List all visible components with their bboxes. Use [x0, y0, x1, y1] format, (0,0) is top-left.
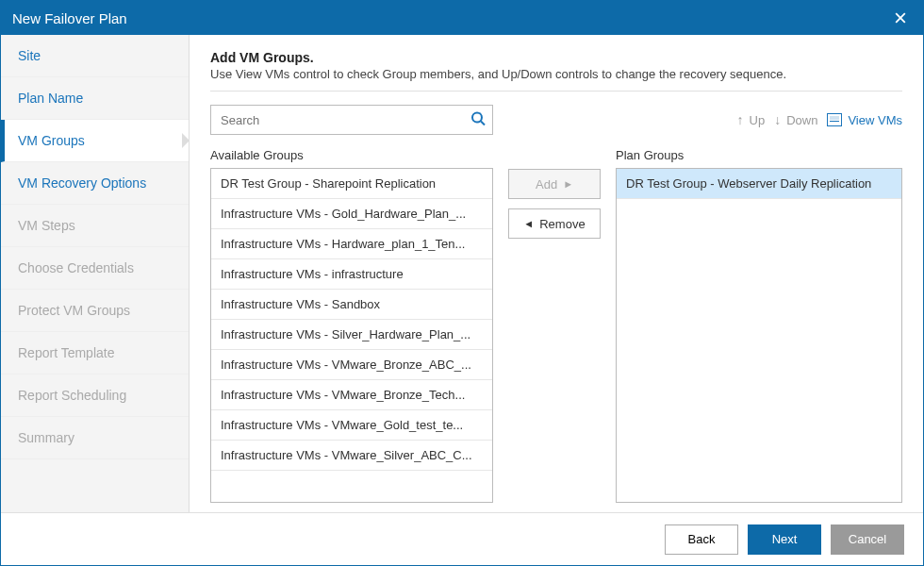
move-down-button[interactable]: ↓ Down — [774, 112, 817, 127]
step-label: Protect VM Groups — [18, 303, 130, 318]
list-item[interactable]: Infrastructure VMs - Silver_Hardware_Pla… — [211, 320, 492, 350]
plan-groups-list[interactable]: DR Test Group - Webserver Daily Replicat… — [616, 168, 902, 503]
window-title: New Failover Plan — [12, 10, 889, 26]
list-item[interactable]: Infrastructure VMs - infrastructure — [211, 259, 492, 290]
list-item[interactable]: Infrastructure VMs - Sandbox — [211, 290, 492, 320]
plan-groups-title: Plan Groups — [616, 148, 902, 162]
wizard-window: New Failover Plan Site Plan Name VM Grou… — [0, 0, 924, 566]
transfer-column: Add ► ◄ Remove — [508, 146, 601, 503]
step-vm-recovery-options[interactable]: VM Recovery Options — [1, 162, 189, 205]
close-button[interactable] — [889, 7, 912, 29]
view-vms-button[interactable]: View VMs — [827, 113, 902, 127]
available-groups-title: Available Groups — [210, 148, 493, 162]
titlebar: New Failover Plan — [1, 1, 923, 35]
page-subheading: Use View VMs control to check Group memb… — [210, 67, 902, 81]
step-site[interactable]: Site — [1, 35, 189, 77]
back-button[interactable]: Back — [665, 524, 738, 555]
list-item[interactable]: DR Test Group - Webserver Daily Replicat… — [617, 169, 901, 199]
step-vm-steps: VM Steps — [1, 205, 189, 247]
step-label: Report Template — [18, 345, 114, 360]
search-icon[interactable] — [470, 111, 486, 129]
lists-row: Available Groups DR Test Group - Sharepo… — [210, 146, 902, 503]
page-heading: Add VM Groups. — [210, 50, 902, 65]
body: Site Plan Name VM Groups VM Recovery Opt… — [1, 35, 923, 512]
step-summary: Summary — [1, 417, 189, 459]
step-label: Report Scheduling — [18, 388, 126, 403]
step-report-template: Report Template — [1, 332, 189, 375]
step-plan-name[interactable]: Plan Name — [1, 77, 189, 120]
list-item[interactable]: Infrastructure VMs - VMware_Bronze_Tech.… — [211, 380, 492, 410]
footer: Back Next Cancel — [1, 512, 923, 565]
cancel-button[interactable]: Cancel — [831, 524, 904, 555]
step-label: Summary — [18, 430, 74, 445]
step-choose-credentials: Choose Credentials — [1, 247, 189, 290]
toolbar: ↑ Up ↓ Down View VMs — [210, 105, 902, 135]
step-vm-groups[interactable]: VM Groups — [1, 120, 189, 162]
svg-line-3 — [481, 122, 485, 125]
svg-point-2 — [472, 113, 482, 123]
add-button-label: Add — [536, 177, 557, 191]
list-item[interactable]: Infrastructure VMs - VMware_Gold_test_te… — [211, 410, 492, 441]
move-down-label: Down — [786, 113, 817, 127]
search-wrap — [210, 105, 493, 135]
list-item[interactable]: Infrastructure VMs - VMware_Silver_ABC_C… — [211, 441, 492, 471]
plan-column: Plan Groups DR Test Group - Webserver Da… — [616, 146, 902, 503]
step-label: VM Recovery Options — [18, 175, 146, 191]
divider — [210, 91, 902, 92]
add-button[interactable]: Add ► — [508, 169, 601, 199]
next-button[interactable]: Next — [748, 524, 821, 555]
available-groups-list[interactable]: DR Test Group - Sharepoint Replication I… — [210, 168, 493, 503]
arrow-up-icon: ↑ — [737, 112, 744, 127]
step-report-scheduling: Report Scheduling — [1, 375, 189, 417]
move-up-label: Up — [750, 113, 766, 127]
remove-button-label: Remove — [539, 217, 585, 231]
wizard-steps-sidebar: Site Plan Name VM Groups VM Recovery Opt… — [1, 35, 190, 512]
step-label: Plan Name — [18, 91, 83, 106]
list-item[interactable]: Infrastructure VMs - Hardware_plan_1_Ten… — [211, 229, 492, 259]
view-vms-icon — [827, 113, 842, 126]
chevron-right-icon: ► — [563, 178, 573, 190]
list-item[interactable]: Infrastructure VMs - VMware_Bronze_ABC_.… — [211, 350, 492, 380]
list-item[interactable]: DR Test Group - Sharepoint Replication — [211, 169, 492, 199]
remove-button[interactable]: ◄ Remove — [508, 208, 601, 239]
search-input[interactable] — [210, 105, 493, 135]
list-item[interactable]: Infrastructure VMs - Gold_Hardware_Plan_… — [211, 199, 492, 229]
step-label: VM Groups — [18, 133, 85, 148]
step-protect-vm-groups: Protect VM Groups — [1, 290, 189, 332]
step-label: Choose Credentials — [18, 260, 134, 275]
main-panel: Add VM Groups. Use View VMs control to c… — [190, 35, 923, 512]
move-up-button[interactable]: ↑ Up — [737, 112, 766, 127]
view-vms-label: View VMs — [848, 113, 902, 127]
close-icon — [895, 12, 906, 24]
step-label: Site — [18, 48, 41, 63]
chevron-left-icon: ◄ — [523, 218, 534, 229]
step-label: VM Steps — [18, 218, 75, 233]
available-column: Available Groups DR Test Group - Sharepo… — [210, 146, 493, 503]
arrow-down-icon: ↓ — [774, 112, 781, 127]
